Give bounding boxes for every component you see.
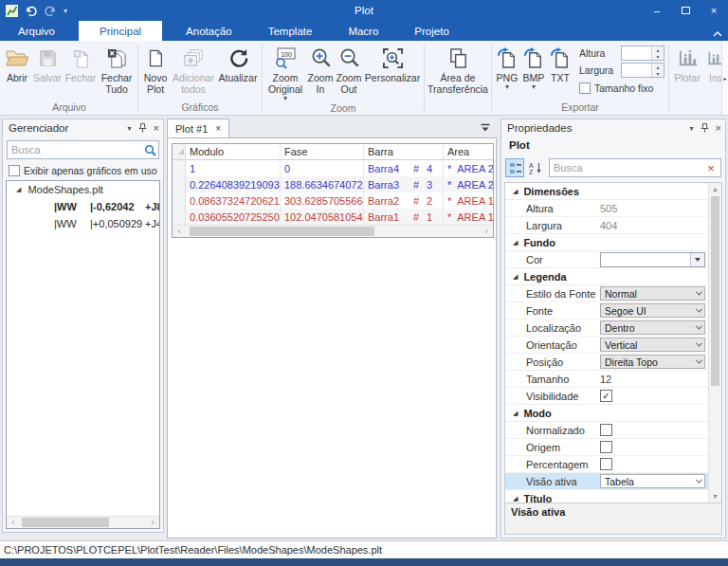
pin-icon[interactable] [701, 123, 709, 133]
category-legenda[interactable]: ◢Legenda [505, 268, 708, 285]
scroll-right-icon[interactable]: › [146, 518, 159, 527]
chevron-down-icon[interactable] [690, 253, 704, 266]
abrir-button[interactable]: Abrir [3, 42, 31, 101]
horizontal-scrollbar[interactable]: ‹ › [7, 516, 159, 528]
scrollbar-thumb[interactable] [190, 227, 374, 236]
tab-principal[interactable]: Principal [79, 21, 162, 41]
property-row-estilo-da-fonte[interactable]: Estilo da FonteNormal [505, 285, 708, 302]
scroll-up-icon[interactable]: ▴ [709, 183, 721, 195]
exibir-apenas-checkbox[interactable] [9, 165, 20, 176]
pin-icon[interactable] [138, 123, 147, 133]
spin-down-icon[interactable]: ▾ [652, 70, 664, 77]
property-row-altura[interactable]: Altura505 [505, 200, 708, 217]
row-selector[interactable] [173, 176, 186, 192]
spin-up-icon[interactable]: ▴ [652, 64, 664, 70]
personalizar-button[interactable]: Personalizar [363, 42, 422, 102]
property-row-largura[interactable]: Largura404 [505, 217, 708, 234]
category-titulo[interactable]: ◢Título [505, 490, 708, 502]
tree-expander-icon[interactable]: ◢ [16, 186, 21, 193]
category-fundo[interactable]: ◢Fundo [505, 234, 708, 251]
tab-plot-1[interactable]: Plot #1 × [167, 119, 229, 137]
property-row-percentagem[interactable]: Percentagem [505, 456, 708, 473]
posicao-dropdown[interactable]: Direita Topo [600, 355, 705, 369]
property-row-normalizado[interactable]: Normalizado [505, 422, 708, 439]
scrollbar-thumb[interactable] [22, 518, 109, 527]
png-export-button[interactable]: PNG ▾ [494, 42, 520, 101]
tab-anotacao[interactable]: Anotação [172, 21, 246, 41]
panel-menu-icon[interactable]: ▾ [690, 124, 694, 133]
spin-up-icon[interactable]: ▴ [652, 46, 664, 53]
table-row[interactable]: 1 0 Barra4 # 4 *AREA 2 [173, 160, 493, 176]
properties-search-input[interactable] [550, 162, 701, 173]
plotar-button[interactable]: Plotar [671, 42, 703, 101]
adicionar-todos-button[interactable]: Adicionar todos [171, 42, 216, 101]
property-row-localizacao[interactable]: LocalizaçãoDentro [505, 320, 708, 337]
table-row[interactable]: 0.0863732472062111 303.628570556641 Barr… [173, 192, 493, 209]
tree-root-item[interactable]: ◢ ModeShapes.plt [7, 181, 159, 198]
close-tab-icon[interactable]: × [215, 123, 221, 134]
scroll-left-icon[interactable]: ‹ [7, 518, 20, 527]
row-selector[interactable] [173, 209, 186, 225]
row-selector[interactable] [173, 192, 186, 209]
undo-icon[interactable] [24, 5, 38, 17]
area-de-transferencia-button[interactable]: Área de Transferência [427, 42, 489, 101]
property-row-tamanho[interactable]: Tamanho12 [505, 371, 708, 388]
vertical-scrollbar[interactable]: ▴ ▾ [708, 183, 721, 502]
column-header-fase[interactable]: Fase [281, 144, 364, 159]
scroll-right-icon[interactable]: › [480, 227, 493, 236]
property-row-visao-ativa[interactable]: Visão ativaTabela [505, 473, 708, 490]
column-header-area[interactable]: Area [444, 144, 493, 159]
tree-item[interactable]: |WW |-0,62042 +J8, [7, 198, 159, 215]
estilo-da-fonte-dropdown[interactable]: Normal [600, 286, 705, 301]
property-row-fonte[interactable]: FonteSegoe UI [505, 302, 708, 320]
cor-dropdown[interactable] [600, 252, 705, 267]
property-row-cor[interactable]: Cor [505, 251, 708, 268]
tab-arquivo[interactable]: Arquivo [4, 21, 69, 41]
normalizado-checkbox[interactable] [600, 424, 612, 436]
tamanho-fixo-checkbox[interactable] [579, 82, 591, 94]
largura-stepper[interactable]: ▴▾ [621, 63, 664, 78]
zoom-original-button[interactable]: 100 Zoom Original ▾ [264, 42, 306, 102]
close-panel-icon[interactable]: × [716, 122, 721, 134]
property-row-visibilidade[interactable]: Visibilidade✓ [505, 388, 708, 405]
fonte-dropdown[interactable]: Segoe UI [600, 303, 705, 318]
column-header-barra[interactable]: Barra [364, 144, 410, 159]
fechar-button[interactable]: Fechar [64, 42, 98, 101]
scroll-left-icon[interactable]: ‹ [173, 227, 186, 236]
tree-item[interactable]: |WW |+0,050929 +J4, [7, 215, 159, 232]
altura-input[interactable] [622, 46, 651, 60]
qat-dropdown-icon[interactable]: ▾ [64, 7, 67, 15]
scroll-down-icon[interactable]: ▾ [709, 490, 721, 502]
document-well-menu-icon[interactable] [480, 123, 491, 135]
sort-alphabetical-button[interactable]: AZ [526, 158, 545, 177]
tab-template[interactable]: Template [254, 21, 327, 41]
orientacao-dropdown[interactable]: Vertical [600, 338, 705, 352]
altura-stepper[interactable]: ▴▾ [621, 46, 664, 61]
minimize-button[interactable]: – [643, 0, 671, 21]
zoom-in-button[interactable]: Zoom In [306, 42, 335, 102]
row-selector[interactable] [173, 160, 186, 176]
ribbon-overflow-button[interactable]: ▸ [721, 41, 728, 115]
origem-checkbox[interactable] [600, 441, 612, 453]
salvar-button[interactable]: Salvar [31, 42, 64, 101]
tab-macro[interactable]: Macro [334, 21, 392, 41]
table-row[interactable]: 0.226408392190933 188.663467407227 Barra… [173, 176, 493, 192]
close-panel-icon[interactable]: × [154, 122, 159, 134]
tab-projeto[interactable]: Projeto [400, 21, 463, 41]
clear-search-icon[interactable]: × [701, 161, 720, 175]
search-icon[interactable] [141, 144, 158, 156]
table-horizontal-scrollbar[interactable]: ‹ › [173, 225, 493, 237]
novo-plot-button[interactable]: Novo Plot [140, 42, 171, 101]
category-dimensoes[interactable]: ◢Dimensões [505, 183, 708, 200]
visao-ativa-dropdown[interactable]: Tabela [600, 474, 705, 488]
localizacao-dropdown[interactable]: Dentro [600, 320, 705, 335]
panel-menu-icon[interactable]: ▾ [128, 124, 132, 133]
spin-down-icon[interactable]: ▾ [652, 53, 664, 60]
categorized-view-button[interactable] [505, 158, 524, 177]
bmp-export-button[interactable]: BMP ▾ [520, 42, 547, 101]
property-row-origem[interactable]: Origem [505, 439, 708, 456]
zoom-out-button[interactable]: Zoom Out [335, 42, 363, 102]
search-input[interactable] [8, 144, 141, 155]
property-row-posicao[interactable]: PosiçãoDireita Topo [505, 354, 708, 371]
column-header-modulo[interactable]: Modulo [186, 144, 281, 159]
